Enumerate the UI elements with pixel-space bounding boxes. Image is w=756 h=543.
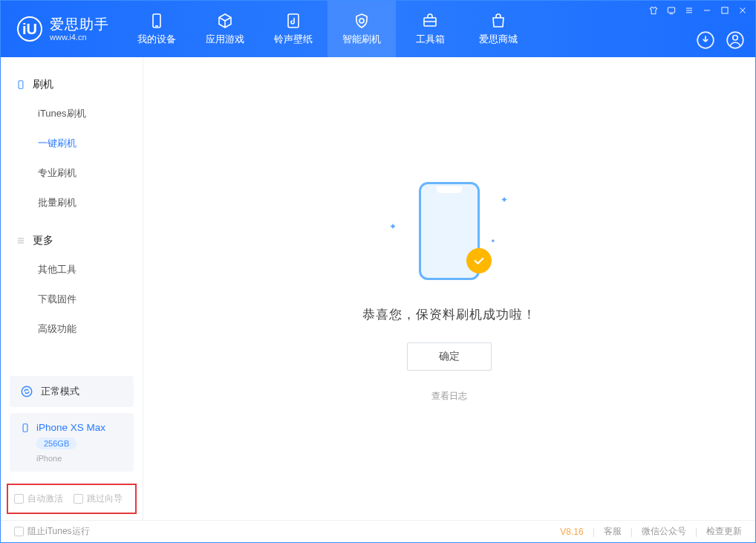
- app-logo: iU 爱思助手 www.i4.cn: [1, 1, 123, 57]
- window-controls: [648, 5, 748, 16]
- sidebar-item-pro-flash[interactable]: 专业刷机: [1, 158, 143, 188]
- checkbox-icon: [14, 494, 24, 504]
- sidebar: 刷机 iTunes刷机 一键刷机 专业刷机 批量刷机 更多 其他工具 下载固件 …: [1, 57, 143, 520]
- success-message: 恭喜您，保资料刷机成功啦！: [362, 306, 536, 323]
- separator: |: [630, 527, 633, 537]
- checkbox-label: 自动激活: [27, 492, 63, 505]
- success-illustration: ✦ ✦ •: [386, 175, 512, 287]
- user-icon[interactable]: [726, 30, 745, 50]
- group-label: 更多: [33, 234, 53, 247]
- svg-rect-20: [23, 423, 27, 432]
- device-capacity-badge: 256GB: [36, 438, 76, 449]
- checkbox-skip-guide[interactable]: 跳过向导: [74, 492, 123, 505]
- store-icon: [489, 12, 507, 30]
- svg-rect-4: [668, 7, 674, 13]
- shield-refresh-icon: [353, 12, 371, 30]
- nav-smart-flash[interactable]: 智能刷机: [328, 1, 396, 57]
- ok-button[interactable]: 确定: [407, 342, 492, 371]
- sidebar-nav: 刷机 iTunes刷机 一键刷机 专业刷机 批量刷机 更多 其他工具 下载固件 …: [1, 57, 143, 370]
- checkbox-label: 阻止iTunes运行: [27, 525, 90, 538]
- checkbox-label: 跳过向导: [87, 492, 123, 505]
- device-icon: [16, 79, 26, 90]
- sparkle-icon: ✦: [389, 221, 397, 232]
- view-log-link[interactable]: 查看日志: [431, 390, 467, 403]
- close-icon[interactable]: [737, 5, 748, 16]
- minimize-icon[interactable]: [702, 5, 712, 16]
- nav-my-device[interactable]: 我的设备: [123, 1, 191, 57]
- nav-store[interactable]: 爱思商城: [464, 1, 532, 57]
- svg-point-19: [22, 386, 32, 397]
- group-label: 刷机: [33, 78, 53, 91]
- footer-link-support[interactable]: 客服: [604, 525, 622, 538]
- toolbox-icon: [421, 12, 439, 30]
- app-title: 爱思助手: [50, 17, 109, 31]
- sparkle-icon: ✦: [501, 195, 508, 205]
- sidebar-item-other-tools[interactable]: 其他工具: [1, 255, 143, 284]
- checkbox-icon: [74, 494, 83, 504]
- body: 刷机 iTunes刷机 一键刷机 专业刷机 批量刷机 更多 其他工具 下载固件 …: [1, 57, 755, 520]
- nav-label: 爱思商城: [479, 33, 518, 46]
- device-card[interactable]: iPhone XS Max 256GB iPhone: [10, 413, 134, 472]
- sidebar-item-advanced[interactable]: 高级功能: [1, 314, 143, 344]
- nav-apps-games[interactable]: 应用游戏: [191, 1, 259, 57]
- sidebar-item-batch-flash[interactable]: 批量刷机: [1, 188, 143, 218]
- footer-link-update[interactable]: 检查更新: [706, 525, 742, 538]
- check-badge-icon: [466, 248, 492, 273]
- svg-rect-9: [722, 7, 728, 13]
- menu-icon[interactable]: [684, 5, 694, 16]
- header: iU 爱思助手 www.i4.cn 我的设备 应用游戏 铃声壁纸 智能刷机: [1, 1, 755, 57]
- maximize-icon[interactable]: [720, 5, 730, 16]
- main-content: ✦ ✦ • 恭喜您，保资料刷机成功啦！ 确定 查看日志: [143, 57, 755, 520]
- version-text: V8.16: [560, 527, 583, 537]
- feedback-icon[interactable]: [666, 5, 677, 16]
- mode-label: 正常模式: [41, 385, 79, 398]
- footer-link-wechat[interactable]: 微信公众号: [642, 525, 686, 538]
- sync-icon: [20, 385, 33, 398]
- nav-label: 智能刷机: [342, 33, 381, 46]
- footer: 阻止iTunes运行 V8.16 | 客服 | 微信公众号 | 检查更新: [1, 520, 755, 542]
- phone-icon: [148, 12, 166, 30]
- top-nav: 我的设备 应用游戏 铃声壁纸 智能刷机 工具箱 爱思商城: [123, 1, 532, 57]
- nav-toolbox[interactable]: 工具箱: [396, 1, 464, 57]
- sidebar-item-download-firmware[interactable]: 下载固件: [1, 284, 143, 314]
- device-mode-card[interactable]: 正常模式: [10, 376, 134, 407]
- device-type: iPhone: [36, 454, 123, 463]
- download-icon[interactable]: [696, 30, 715, 50]
- sparkle-icon: •: [492, 236, 495, 247]
- nav-ringtones-wallpapers[interactable]: 铃声壁纸: [259, 1, 328, 57]
- header-right-actions: [696, 30, 745, 50]
- device-name: iPhone XS Max: [36, 422, 105, 433]
- sidebar-group-flash: 刷机: [1, 71, 143, 99]
- svg-point-14: [733, 36, 738, 41]
- nav-label: 应用游戏: [206, 33, 244, 46]
- logo-icon: iU: [17, 16, 42, 42]
- highlighted-checkbox-row: 自动激活 跳过向导: [7, 484, 137, 514]
- checkbox-icon: [14, 527, 24, 536]
- sidebar-group-more: 更多: [1, 227, 143, 255]
- nav-label: 工具箱: [416, 33, 445, 46]
- music-icon: [284, 12, 302, 30]
- nav-label: 铃声壁纸: [274, 33, 313, 46]
- separator: |: [593, 527, 595, 537]
- sidebar-item-itunes-flash[interactable]: iTunes刷机: [1, 99, 143, 129]
- phone-small-icon: [20, 423, 30, 433]
- svg-rect-15: [19, 81, 23, 89]
- app-window: iU 爱思助手 www.i4.cn 我的设备 应用游戏 铃声壁纸 智能刷机: [0, 0, 756, 543]
- checkbox-block-itunes[interactable]: 阻止iTunes运行: [14, 525, 90, 538]
- list-icon: [16, 235, 26, 246]
- separator: |: [695, 527, 697, 537]
- svg-rect-2: [288, 14, 299, 27]
- cube-icon: [216, 12, 234, 30]
- shirt-icon[interactable]: [648, 5, 659, 16]
- sidebar-item-oneclick-flash[interactable]: 一键刷机: [1, 129, 143, 158]
- app-url: www.i4.cn: [50, 33, 109, 42]
- checkbox-auto-activate[interactable]: 自动激活: [14, 492, 63, 505]
- nav-label: 我的设备: [137, 33, 176, 46]
